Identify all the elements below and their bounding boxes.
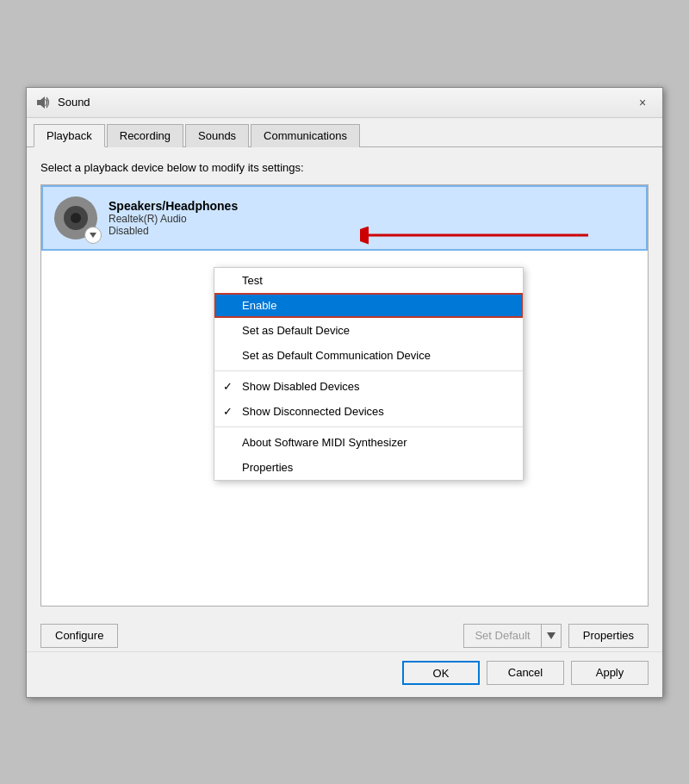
tabs-container: Playback Recording Sounds Communications: [27, 118, 662, 147]
separator-2: [214, 426, 523, 427]
properties-button[interactable]: Properties: [568, 624, 649, 648]
close-button[interactable]: ×: [631, 93, 654, 112]
cancel-button[interactable]: Cancel: [487, 661, 564, 685]
main-content: Select a playback device below to modify…: [27, 147, 662, 617]
bottom-bar: OK Cancel Apply: [27, 651, 662, 697]
context-item-about-midi[interactable]: About Software MIDI Synthesizer: [214, 430, 523, 455]
description-text: Select a playback device below to modify…: [40, 161, 649, 174]
set-default-dropdown-arrow[interactable]: [541, 625, 561, 647]
tab-recording[interactable]: Recording: [107, 124, 183, 147]
svg-rect-0: [37, 100, 40, 105]
device-info: Speakers/Headphones Realtek(R) Audio Dis…: [109, 199, 238, 237]
check-disabled: ✓: [223, 380, 233, 393]
title-bar: Sound ×: [27, 88, 662, 118]
disabled-badge: [84, 227, 102, 244]
device-name: Speakers/Headphones: [109, 199, 238, 213]
context-item-test[interactable]: Test: [214, 268, 523, 293]
context-item-set-default[interactable]: Set as Default Device: [214, 318, 523, 343]
tab-communications[interactable]: Communications: [251, 124, 360, 147]
device-driver: Realtek(R) Audio: [109, 213, 238, 225]
svg-marker-5: [547, 632, 556, 639]
context-item-properties[interactable]: Properties: [214, 455, 523, 480]
device-status: Disabled: [109, 225, 238, 237]
sound-dialog: Sound × Playback Recording Sounds Commun…: [26, 87, 663, 698]
device-list: Speakers/Headphones Realtek(R) Audio Dis…: [40, 184, 649, 607]
apply-button[interactable]: Apply: [571, 661, 649, 685]
window-title: Sound: [58, 96, 631, 109]
check-disconnected: ✓: [223, 405, 233, 418]
context-item-show-disconnected[interactable]: ✓ Show Disconnected Devices: [214, 399, 523, 424]
tab-playback[interactable]: Playback: [34, 124, 105, 147]
set-default-button[interactable]: Set Default: [464, 625, 540, 647]
tab-sounds[interactable]: Sounds: [185, 124, 249, 147]
svg-marker-1: [40, 96, 45, 109]
configure-button[interactable]: Configure: [40, 624, 118, 648]
action-bar: Configure Set Default Properties: [27, 617, 662, 651]
svg-marker-2: [90, 233, 96, 238]
context-menu: Test Enable Set as Default Device Set as…: [214, 267, 524, 481]
sound-icon: [35, 95, 51, 110]
device-item-speakers[interactable]: Speakers/Headphones Realtek(R) Audio Dis…: [41, 185, 648, 251]
ok-button[interactable]: OK: [402, 661, 480, 685]
separator-1: [214, 370, 523, 371]
device-icon: [53, 196, 98, 240]
context-item-enable[interactable]: Enable: [214, 293, 523, 318]
context-item-set-default-comm[interactable]: Set as Default Communication Device: [214, 343, 523, 368]
context-item-show-disabled[interactable]: ✓ Show Disabled Devices: [214, 374, 523, 399]
set-default-container: Set Default: [463, 624, 561, 648]
